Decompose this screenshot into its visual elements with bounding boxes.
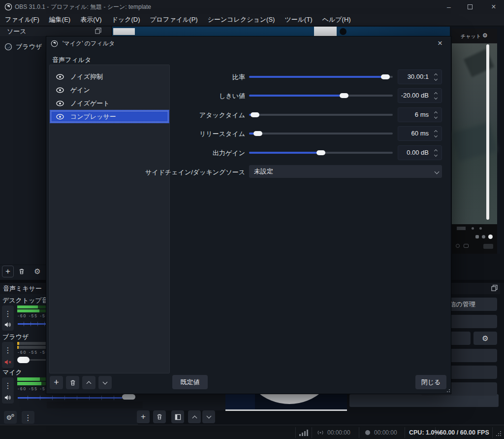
spin-up-icon[interactable] <box>434 149 437 153</box>
close-button-label: 閉じる <box>421 378 441 387</box>
statusbar: 00:00:00 00:00:00 CPU: 1.0% 60.00 / 60.0… <box>0 425 504 439</box>
popout-icon[interactable] <box>95 28 101 35</box>
param-value: -20.00 dB <box>401 89 429 102</box>
sources-dock-header: ソース <box>0 27 111 36</box>
menu-edit[interactable]: 編集(E) <box>44 14 75 26</box>
ratio-spinbox[interactable]: 30.00:1 <box>398 69 442 84</box>
menu-view[interactable]: 表示(V) <box>75 14 106 26</box>
slider-handle <box>253 131 262 136</box>
mixer-menu-kebab-button[interactable]: ⋮ <box>22 411 34 424</box>
spin-down-icon[interactable] <box>434 77 437 81</box>
chat-panel-header: チャット ⚙ <box>452 29 497 43</box>
spin-down-icon[interactable] <box>434 115 437 119</box>
stream-status-icon <box>317 430 323 437</box>
add-source-button[interactable]: + <box>2 266 14 277</box>
preview-dark-dot <box>340 28 346 35</box>
add-button[interactable]: + <box>137 410 150 423</box>
mic-fader-handle[interactable] <box>122 394 135 400</box>
slider-handle <box>316 150 325 155</box>
menu-tools[interactable]: ツール(T) <box>280 14 317 26</box>
remove-source-button[interactable] <box>16 266 28 277</box>
close-button[interactable]: 閉じる <box>415 375 446 389</box>
visibility-eye-icon[interactable] <box>56 101 64 106</box>
spin-up-icon[interactable] <box>434 111 437 115</box>
mixer-channel-name: ブラウザ <box>2 333 29 341</box>
release-spinbox[interactable]: 60 ms <box>398 126 442 141</box>
spin-down-icon[interactable] <box>434 96 437 100</box>
record-timer: 00:00:00 <box>374 429 397 436</box>
advanced-audio-gear-button[interactable]: ⚙⚙ <box>4 411 17 424</box>
move-up-button[interactable] <box>188 410 201 423</box>
mic-meter-scale: -60 -55 -50 <box>18 386 49 391</box>
menu-scene-collection[interactable]: シーンコレクション(S) <box>203 14 280 26</box>
defaults-button[interactable]: 既定値 <box>172 375 208 389</box>
maximize-button[interactable] <box>460 0 480 14</box>
dropdown-selected-value: 未設定 <box>254 167 273 176</box>
window-resize-grip[interactable] <box>496 431 502 437</box>
threshold-slider[interactable] <box>249 88 393 103</box>
slider-fill <box>249 76 385 78</box>
cpu-usage: CPU: 1.0% <box>409 429 440 436</box>
desktop-audio-meter-l <box>17 305 46 308</box>
audio-filters-section-label: 音声フィルタ <box>52 56 91 65</box>
filter-move-down-button[interactable] <box>98 376 112 389</box>
desktop-audio-mute-button[interactable] <box>2 319 14 331</box>
spin-up-icon[interactable] <box>434 92 437 96</box>
ratio-slider[interactable] <box>249 69 393 84</box>
attack-spinbox[interactable]: 6 ms <box>398 107 442 122</box>
window-close-button[interactable]: × <box>484 0 504 14</box>
menu-docks[interactable]: ドック(D) <box>107 14 145 26</box>
preview-right-region: チャット ⚙ <box>451 27 500 254</box>
mixer-popout-icon[interactable] <box>491 285 498 293</box>
browser-audio-meter-l <box>17 342 46 345</box>
release-slider[interactable] <box>249 126 393 141</box>
output-gain-spinbox[interactable]: 0.00 dB <box>398 145 442 160</box>
spin-up-icon[interactable] <box>434 130 437 134</box>
desktop-audio-fader[interactable] <box>18 323 46 325</box>
properties-button[interactable] <box>171 410 184 423</box>
spin-down-icon[interactable] <box>434 153 437 157</box>
mixer-dock-title: 音声ミキサー <box>3 284 42 293</box>
remove-filter-button[interactable] <box>66 376 79 389</box>
dialog-obs-logo-icon <box>51 40 58 47</box>
preview-white-block-2 <box>314 27 337 36</box>
dialog-titlebar: 'マイク' のフィルタ × <box>46 36 451 50</box>
chat-panel-body <box>452 43 497 224</box>
output-gain-slider[interactable] <box>249 145 393 160</box>
dialog-close-icon[interactable]: × <box>433 37 447 49</box>
recording-settings-gear-button[interactable]: ⚙ <box>473 332 497 345</box>
desktop-audio-meter-r <box>17 309 46 312</box>
chat-title: チャット <box>461 33 481 40</box>
add-filter-button[interactable]: + <box>50 376 63 389</box>
move-down-button[interactable] <box>202 410 215 423</box>
menu-help[interactable]: ヘルプ(H) <box>317 14 356 26</box>
mic-mute-button[interactable] <box>2 392 14 404</box>
dialog-resize-grip[interactable] <box>445 387 450 393</box>
dialog-title: 'マイク' のフィルタ <box>63 39 115 48</box>
sidechain-source-dropdown[interactable]: 未設定 <box>249 165 442 178</box>
dropdown-chevron-icon <box>435 169 439 176</box>
spin-down-icon[interactable] <box>434 134 437 137</box>
mic-meter-r <box>17 382 46 385</box>
mic-fader[interactable] <box>18 397 122 399</box>
browser-source-icon <box>4 43 12 51</box>
threshold-spinbox[interactable]: -20.00 dB <box>398 88 442 103</box>
remove-button[interactable] <box>153 410 166 423</box>
filter-move-up-button[interactable] <box>82 376 95 389</box>
browser-audio-fader-handle[interactable] <box>17 357 30 363</box>
menu-profile[interactable]: プロファイル(P) <box>145 14 202 26</box>
sources-dock-title: ソース <box>7 27 27 36</box>
preview-white-block <box>113 28 135 35</box>
background-button-strip[interactable] <box>349 394 499 407</box>
chat-scrollbar[interactable] <box>486 44 489 220</box>
chat-panel-footer <box>452 224 497 254</box>
mixer-subrow <box>47 402 143 408</box>
attack-slider[interactable] <box>249 107 393 122</box>
source-properties-gear-button[interactable]: ⚙ <box>32 266 43 277</box>
window-title: OBS 31.0.1 - プロファイル: 無題 - シーン: template <box>15 3 151 11</box>
minimize-button[interactable]: – <box>439 0 459 14</box>
menu-file[interactable]: ファイル(F) <box>0 14 44 26</box>
mic-filters-dialog: 'マイク' のフィルタ × 音声フィルタ ノイズ抑制 ゲイン ノイズゲート コン… <box>46 36 451 394</box>
browser-audio-mute-button-muted[interactable] <box>2 356 14 368</box>
spin-up-icon[interactable] <box>434 73 437 77</box>
